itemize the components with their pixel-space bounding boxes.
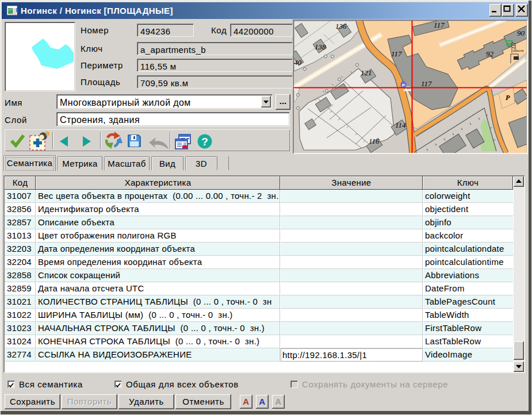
svg-text:P: P [506, 94, 510, 102]
svg-text:Школа: Школа [513, 49, 524, 52]
svg-text:116: 116 [369, 137, 380, 145]
svg-text:?: ? [201, 136, 208, 148]
svg-text:117: 117 [434, 21, 445, 29]
svg-text:117: 117 [391, 49, 402, 58]
svg-text:136: 136 [335, 22, 347, 30]
svg-text:114: 114 [395, 121, 406, 129]
svg-text:90: 90 [517, 29, 525, 37]
svg-text:P: P [402, 83, 405, 88]
svg-text:138: 138 [315, 43, 326, 51]
svg-text:121: 121 [361, 68, 372, 77]
svg-text:92: 92 [486, 49, 494, 58]
svg-text:40: 40 [294, 58, 302, 67]
svg-text:117: 117 [421, 79, 432, 88]
